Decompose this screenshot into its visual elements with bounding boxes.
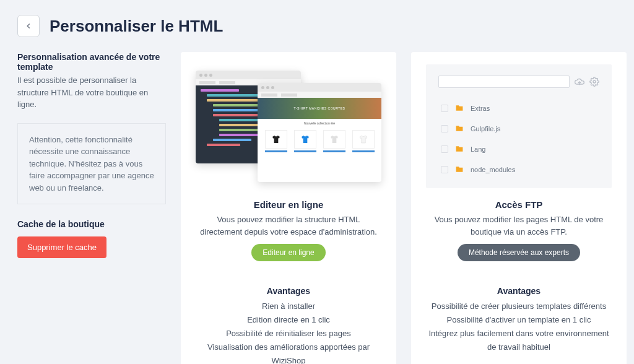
ftp-description: Vous pouvez modifier les pages HTML de v… xyxy=(426,214,612,238)
svg-point-1 xyxy=(593,80,596,83)
chevron-left-icon xyxy=(24,22,33,30)
folder-icon xyxy=(454,124,464,132)
ftp-file-row: Lang xyxy=(438,139,599,159)
advantage-item: Edition directe en 1 clic xyxy=(196,313,381,327)
shop-banner-text: Nouvelle collection été xyxy=(258,119,381,128)
checkbox-icon xyxy=(441,145,448,153)
shop-hero-text: T-SHIRT MANCHES COURTES xyxy=(294,106,345,110)
ftp-file-row: Extras xyxy=(438,98,599,118)
clear-cache-button[interactable]: Supprimer le cache xyxy=(17,236,106,258)
advantage-item: Possibilité de créer plusieurs templates… xyxy=(426,300,612,313)
ftp-card: Extras Gulpfile.js Lang xyxy=(411,52,627,364)
ftp-file-name: Lang xyxy=(471,145,485,153)
editor-description: Vous pouvez modifier la structure HTML d… xyxy=(196,214,381,238)
folder-icon xyxy=(454,104,464,112)
advantage-item: Possibilité d'activer un template en 1 c… xyxy=(426,313,612,327)
advantage-item: Rien à installer xyxy=(196,300,381,313)
folder-icon xyxy=(454,145,464,153)
back-button[interactable] xyxy=(17,15,40,37)
intro-heading: Personnalisation avancée de votre templa… xyxy=(17,52,166,72)
notice-box: Attention, cette fonctionnalité nécessit… xyxy=(17,123,166,205)
notice-text: Attention, cette fonctionnalité nécessit… xyxy=(29,134,154,194)
editor-title: Editeur en ligne xyxy=(196,199,381,210)
sidebar: Personnalisation avancée de votre templa… xyxy=(17,52,166,364)
ftp-advantages-title: Avantages xyxy=(426,286,612,296)
gear-icon xyxy=(589,77,599,87)
checkbox-icon xyxy=(441,166,448,173)
ftp-file-row: Gulpfile.js xyxy=(438,118,599,139)
advantage-item: Intégrez plus facilement dans votre envi… xyxy=(426,327,612,354)
editor-advantages-title: Avantages xyxy=(196,286,381,296)
cache-heading: Cache de la boutique xyxy=(17,219,166,229)
checkbox-icon xyxy=(441,125,448,132)
upload-cloud-icon xyxy=(575,77,584,87)
open-editor-button[interactable]: Editeur en ligne xyxy=(251,244,325,261)
ftp-path-input xyxy=(438,76,570,88)
ftp-title: Accès FTP xyxy=(426,199,612,210)
ftp-expert-button[interactable]: Méthode réservée aux experts xyxy=(458,244,580,261)
editor-illustration: T-SHIRT MANCHES COURTES Nouvelle collect… xyxy=(196,64,381,188)
editor-advantages-list: Rien à installer Edition directe en 1 cl… xyxy=(196,300,381,364)
ftp-file-name: Gulpfile.js xyxy=(471,125,500,132)
ftp-file-name: node_modules xyxy=(471,166,515,173)
shop-preview-window: T-SHIRT MANCHES COURTES Nouvelle collect… xyxy=(258,83,381,182)
advantage-item: Possibilité de réinitialiser les pages xyxy=(196,327,381,340)
advantage-item: Visualisation des améliorations apportée… xyxy=(196,340,381,364)
ftp-advantages-list: Possibilité de créer plusieurs templates… xyxy=(426,300,612,354)
intro-text: Il est possible de personnaliser la stru… xyxy=(17,74,166,111)
page-title: Personnaliser le HTML xyxy=(50,17,223,36)
ftp-illustration: Extras Gulpfile.js Lang xyxy=(426,64,612,188)
editor-card: T-SHIRT MANCHES COURTES Nouvelle collect… xyxy=(181,52,396,364)
checkbox-icon xyxy=(441,105,448,112)
ftp-file-name: Extras xyxy=(471,105,490,112)
folder-icon xyxy=(454,165,464,173)
ftp-file-row: node_modules xyxy=(438,159,599,180)
